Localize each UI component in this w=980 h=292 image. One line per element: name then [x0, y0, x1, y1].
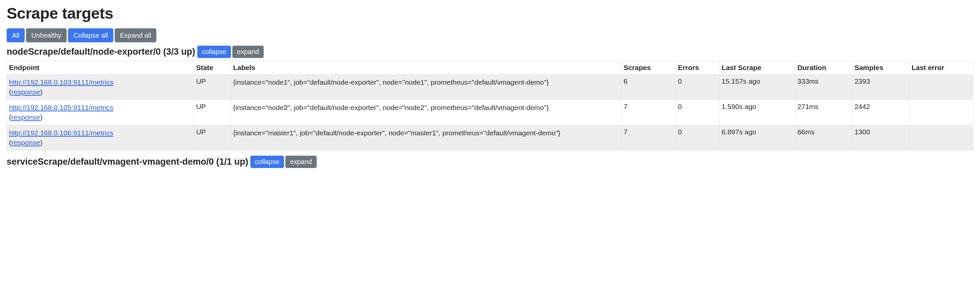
section-title: serviceScrape/default/vmagent-vmagent-de…	[7, 157, 248, 167]
section-header: nodeScrape/default/node-exporter/0 (3/3 …	[7, 46, 973, 58]
errors-cell: 0	[676, 100, 719, 125]
response-link[interactable]: response	[11, 88, 40, 96]
table-row: http://192.168.0.103:9111/metrics(respon…	[7, 75, 973, 100]
duration-cell: 271ms	[795, 100, 852, 125]
last_scrape-cell: 15.157s ago	[719, 75, 795, 100]
table-row: http://192.168.0.106:9111/metrics(respon…	[7, 125, 973, 150]
section-collapse-button[interactable]: collapse	[250, 156, 284, 168]
section-buttons: collapseexpand	[197, 46, 264, 58]
endpoint-link[interactable]: http://192.168.0.103:9111/metrics	[9, 78, 113, 86]
col-last_error: Last error	[909, 61, 973, 75]
section-expand-button[interactable]: expand	[285, 156, 317, 168]
last_scrape-cell: 1.590s ago	[719, 100, 795, 125]
samples-cell: 2442	[852, 100, 909, 125]
page-title: Scrape targets	[7, 4, 973, 22]
section-title: nodeScrape/default/node-exporter/0 (3/3 …	[7, 47, 195, 57]
col-labels: Labels	[231, 61, 621, 75]
col-scrapes: Scrapes	[621, 61, 676, 75]
state-cell: UP	[194, 100, 231, 125]
last_scrape-cell: 6.897s ago	[719, 125, 795, 150]
endpoint-cell: http://192.168.0.103:9111/metrics(respon…	[7, 75, 194, 100]
endpoint-cell: http://192.168.0.105:9111/metrics(respon…	[7, 100, 194, 125]
samples-cell: 1300	[852, 125, 909, 150]
endpoint-link[interactable]: http://192.168.0.106:9111/metrics	[9, 129, 113, 136]
filter-unhealthy-button[interactable]: Unhealthy	[26, 29, 67, 42]
labels-cell: {instance="node2", job="default/node-exp…	[231, 100, 621, 125]
errors-cell: 0	[676, 75, 719, 100]
filter-button-row: All Unhealthy Collapse all Expand all	[7, 29, 973, 42]
response-link[interactable]: response	[11, 113, 40, 121]
col-endpoint: Endpoint	[7, 61, 194, 75]
endpoint-link[interactable]: http://192.168.0.105:9111/metrics	[9, 104, 113, 111]
targets-table: EndpointStateLabelsScrapesErrorsLast Scr…	[7, 61, 973, 150]
col-samples: Samples	[852, 61, 909, 75]
section-header: serviceScrape/default/vmagent-vmagent-de…	[7, 156, 973, 168]
samples-cell: 2393	[852, 75, 909, 100]
col-errors: Errors	[676, 61, 719, 75]
errors-cell: 0	[676, 125, 719, 150]
table-row: http://192.168.0.105:9111/metrics(respon…	[7, 100, 973, 125]
col-state: State	[194, 61, 231, 75]
col-duration: Duration	[795, 61, 852, 75]
filter-all-button[interactable]: All	[7, 29, 25, 42]
last_error-cell	[909, 125, 973, 150]
scrapes-cell: 7	[621, 100, 676, 125]
last_error-cell	[909, 75, 973, 100]
scrapes-cell: 7	[621, 125, 676, 150]
section-collapse-button[interactable]: collapse	[197, 46, 231, 58]
duration-cell: 66ms	[795, 125, 852, 150]
duration-cell: 333ms	[795, 75, 852, 100]
endpoint-cell: http://192.168.0.106:9111/metrics(respon…	[7, 125, 194, 150]
collapse-all-button[interactable]: Collapse all	[68, 29, 113, 42]
col-last_scrape: Last Scrape	[719, 61, 795, 75]
response-link[interactable]: response	[11, 139, 40, 146]
labels-cell: {instance="node1", job="default/node-exp…	[231, 75, 621, 100]
state-cell: UP	[194, 125, 231, 150]
state-cell: UP	[194, 75, 231, 100]
section-buttons: collapseexpand	[250, 156, 317, 168]
expand-all-button[interactable]: Expand all	[115, 29, 156, 42]
section-expand-button[interactable]: expand	[232, 46, 264, 58]
scrapes-cell: 6	[621, 75, 676, 100]
last_error-cell	[909, 100, 973, 125]
labels-cell: {instance="master1", job="default/node-e…	[231, 125, 621, 150]
